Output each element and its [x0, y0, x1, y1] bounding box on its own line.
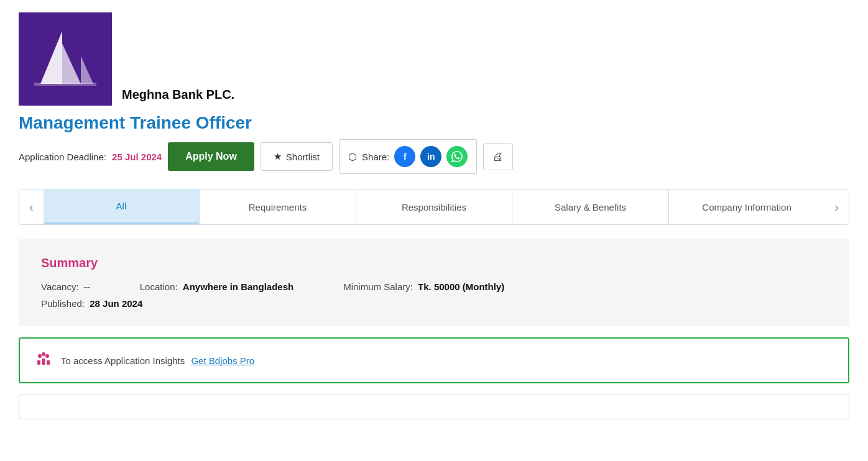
- star-icon: ★: [274, 151, 282, 162]
- deadline-date: 25 Jul 2024: [112, 152, 162, 162]
- tab-salary-benefits[interactable]: Salary & Benefits: [512, 189, 668, 224]
- location-value: Anywhere in Bangladesh: [183, 281, 293, 292]
- company-name: Meghna Bank PLC.: [122, 88, 234, 106]
- share-container: ⬡ Share: f in: [339, 139, 477, 174]
- published-label: Published:: [41, 298, 85, 309]
- summary-title: Summary: [41, 256, 827, 270]
- facebook-share-button[interactable]: f: [394, 146, 415, 167]
- deadline-label: Application Deadline:: [19, 152, 106, 162]
- svg-rect-9: [42, 358, 45, 365]
- insights-text: To access Application Insights: [61, 355, 185, 366]
- salary-value: Tk. 50000 (Monthly): [418, 281, 504, 292]
- summary-card: Summary Vacancy: -- Location: Anywhere i…: [19, 239, 849, 326]
- job-title: Management Trainee Officer: [19, 113, 849, 133]
- tabs-navigation: ‹ All Requirements Responsibilities Sala…: [19, 189, 849, 225]
- tab-requirements[interactable]: Requirements: [199, 189, 356, 224]
- svg-rect-8: [37, 360, 40, 365]
- tab-responsibilities[interactable]: Responsibilities: [356, 189, 512, 224]
- linkedin-share-button[interactable]: in: [420, 146, 441, 167]
- vacancy-label: Vacancy:: [41, 281, 79, 292]
- published-value: 28 Jun 2024: [90, 298, 142, 309]
- action-row: Application Deadline: 25 Jul 2024 Apply …: [19, 139, 849, 174]
- insights-text-container: To access Application Insights Get Bdjob…: [61, 355, 254, 366]
- published-item: Published: 28 Jun 2024: [41, 298, 142, 309]
- tab-all[interactable]: All: [44, 189, 200, 224]
- summary-row-2: Published: 28 Jun 2024: [41, 298, 827, 309]
- svg-point-6: [45, 354, 49, 358]
- share-icon: ⬡: [348, 151, 357, 163]
- shortlist-button[interactable]: ★ Shortlist: [261, 142, 333, 171]
- location-item: Location: Anywhere in Bangladesh: [140, 281, 293, 292]
- location-label: Location:: [140, 281, 178, 292]
- svg-rect-10: [47, 360, 50, 365]
- vacancy-value: --: [84, 281, 90, 292]
- tab-prev-button[interactable]: ‹: [19, 189, 44, 224]
- bottom-card: [19, 395, 849, 419]
- shortlist-label: Shortlist: [286, 152, 320, 162]
- print-button[interactable]: 🖨: [483, 144, 513, 170]
- whatsapp-share-button[interactable]: [446, 146, 468, 167]
- svg-rect-4: [34, 83, 96, 86]
- get-bdjobs-pro-link[interactable]: Get Bdjobs Pro: [191, 355, 254, 366]
- tab-next-button[interactable]: ›: [824, 189, 849, 224]
- company-logo: [19, 12, 112, 106]
- vacancy-item: Vacancy: --: [41, 281, 90, 292]
- salary-item: Minimum Salary: Tk. 50000 (Monthly): [343, 281, 504, 292]
- insights-icon: [35, 350, 52, 371]
- share-label: Share:: [362, 152, 389, 162]
- insights-card: To access Application Insights Get Bdjob…: [19, 337, 849, 383]
- summary-row-1: Vacancy: -- Location: Anywhere in Bangla…: [41, 281, 827, 292]
- apply-now-button[interactable]: Apply Now: [168, 142, 254, 171]
- deadline-text: Application Deadline: 25 Jul 2024: [19, 152, 162, 162]
- svg-point-7: [42, 352, 45, 356]
- salary-label: Minimum Salary:: [343, 281, 413, 292]
- tab-company-information[interactable]: Company Information: [668, 189, 825, 224]
- svg-point-5: [38, 354, 42, 358]
